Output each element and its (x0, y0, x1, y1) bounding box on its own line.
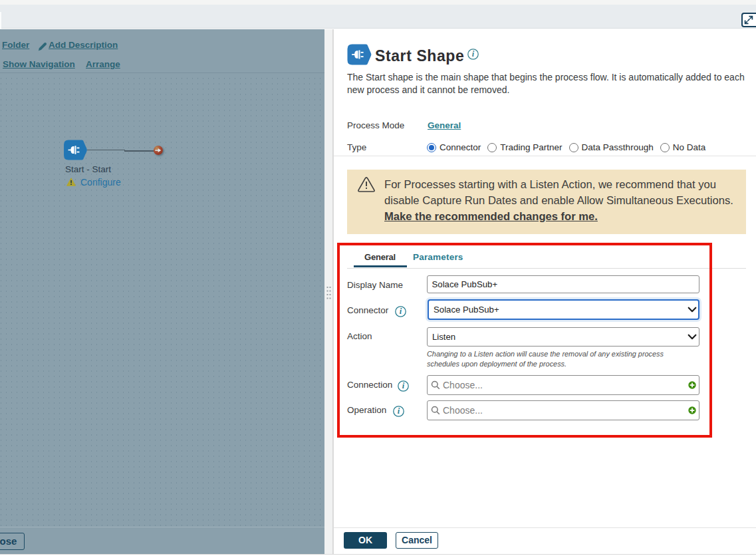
svg-text:i: i (472, 49, 475, 59)
